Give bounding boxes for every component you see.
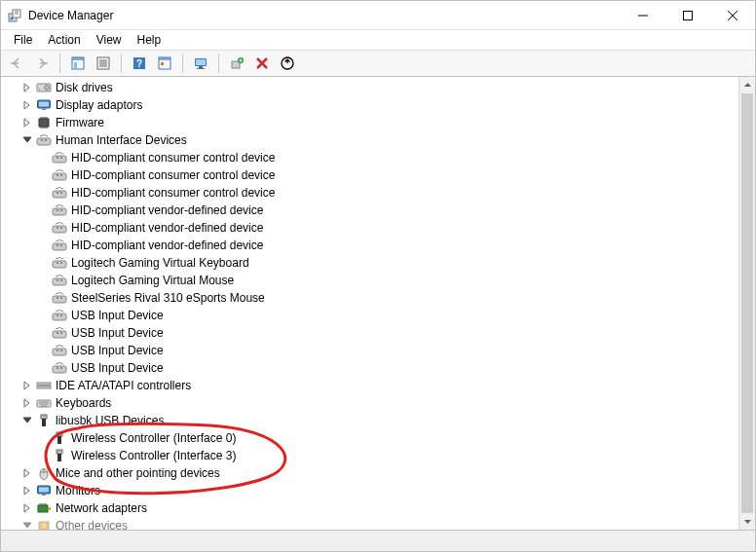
svg-rect-77 [58,433,59,434]
scroll-thumb[interactable] [741,93,753,513]
keyboard-icon [36,395,52,411]
tree-category-disk-drives[interactable]: Disk drives [1,79,738,96]
vertical-scrollbar[interactable] [738,77,755,530]
device-tree[interactable]: Disk drives Display adaptors Firmware Hu… [1,77,738,530]
hid-icon [52,360,67,376]
svg-rect-73 [43,416,44,417]
action-detail-button[interactable] [153,53,176,74]
tree-category-other[interactable]: ? Other devices [1,517,738,530]
nav-back-button[interactable] [5,53,28,74]
expand-icon[interactable] [20,116,34,129]
svg-rect-28 [45,139,47,141]
tree-item-hid-device[interactable]: SteelSeries Rival 310 eSports Mouse [1,289,738,307]
svg-point-21 [39,89,41,91]
expand-icon[interactable] [20,98,34,112]
tree-item-hid-device[interactable]: USB Input Device [1,307,738,324]
tree-label: HID-compliant vendor-defined device [71,202,263,219]
collapse-icon[interactable] [20,519,34,530]
scroll-down-button[interactable] [739,513,755,530]
svg-rect-35 [53,191,66,198]
svg-rect-38 [53,208,66,215]
hid-icon [52,185,67,201]
tree-item-hid-device[interactable]: HID-compliant consumer control device [1,184,738,202]
menu-action[interactable]: Action [41,32,87,48]
tree-item-hid-device[interactable]: HID-compliant vendor-defined device [1,237,738,254]
expand-icon[interactable] [20,396,34,410]
menu-view-label: View [96,33,122,47]
svg-text:?: ? [42,522,47,530]
update-driver-button[interactable] [276,53,299,74]
tree-label: Other devices [56,517,128,530]
tree-category-firmware[interactable]: Firmware [1,114,738,131]
tree-category-display-adaptors[interactable]: Display adaptors [1,96,738,114]
expand-icon[interactable] [20,484,34,497]
tree-item-wireless-controller-3[interactable]: Wireless Controller (Interface 3) [1,447,738,464]
tree-category-mice[interactable]: Mice and other pointing devices [1,464,738,482]
uninstall-device-button[interactable] [250,53,274,74]
tree-category-network[interactable]: Network adapters [1,499,738,517]
expand-icon[interactable] [20,466,34,480]
collapse-icon[interactable] [20,133,34,147]
hid-icon [52,167,67,183]
close-button[interactable] [710,1,755,30]
tree-label: Firmware [56,114,104,131]
maximize-button[interactable] [665,1,710,30]
firmware-icon [36,115,52,130]
svg-rect-33 [57,174,58,176]
svg-rect-79 [57,450,62,454]
add-legacy-hardware-button[interactable] [225,53,248,74]
scroll-up-button[interactable] [739,77,755,93]
tree-category-ide[interactable]: IDE ATA/ATAPI controllers [1,377,738,394]
scan-hardware-button[interactable] [189,53,212,74]
svg-rect-78 [60,433,61,434]
svg-rect-88 [48,507,51,510]
svg-rect-13 [196,59,206,65]
minimize-button[interactable] [621,1,665,30]
tree-item-hid-device[interactable]: Logitech Gaming Virtual Mouse [1,272,738,289]
svg-rect-51 [57,279,58,281]
menu-help[interactable]: Help [131,32,169,48]
tree-label: HID-compliant consumer control device [71,149,275,166]
tree-item-hid-device[interactable]: USB Input Device [1,324,738,342]
svg-rect-23 [39,102,49,107]
tree-category-keyboards[interactable]: Keyboards [1,394,738,412]
menu-help-label: Help [137,33,162,47]
svg-rect-25 [39,119,49,127]
properties-button[interactable] [92,53,115,74]
tree-label: Disk drives [56,79,113,96]
tree-item-hid-device[interactable]: HID-compliant consumer control device [1,166,738,184]
tree-category-libusbk[interactable]: libusbk USB Devices [1,412,738,429]
svg-rect-82 [60,451,61,452]
tree-category-monitors[interactable]: Monitors [1,482,738,499]
help-button[interactable]: ? [128,53,151,74]
tree-item-hid-device[interactable]: HID-compliant vendor-defined device [1,219,738,237]
tree-item-hid-device[interactable]: HID-compliant consumer control device [1,149,738,166]
svg-rect-24 [42,108,46,110]
svg-rect-85 [39,488,49,493]
device-manager-window: Device Manager File Action View Help [0,0,756,552]
expand-icon[interactable] [20,501,34,515]
expand-icon[interactable] [20,379,34,392]
hid-icon [52,220,67,236]
toolbar: ? [1,50,755,77]
tree-item-wireless-controller-0[interactable]: Wireless Controller (Interface 0) [1,429,738,447]
tree-label: Display adaptors [56,96,142,114]
collapse-icon[interactable] [20,414,34,427]
menu-view[interactable]: View [90,32,129,48]
tree-item-hid-device[interactable]: HID-compliant vendor-defined device [1,202,738,219]
tree-label: Human Interface Devices [56,131,187,149]
tree-label: Wireless Controller (Interface 0) [71,429,236,447]
svg-rect-16 [232,61,240,68]
expand-icon[interactable] [20,81,34,94]
tree-item-hid-device[interactable]: USB Input Device [1,342,738,359]
svg-rect-74 [45,416,46,417]
tree-label: USB Input Device [71,324,164,342]
network-adapter-icon [36,500,52,516]
nav-forward-button[interactable] [30,53,54,74]
tree-item-hid-device[interactable]: USB Input Device [1,359,738,377]
tree-item-hid-device[interactable]: Logitech Gaming Virtual Keyboard [1,254,738,272]
svg-rect-58 [60,314,62,316]
menu-file[interactable]: File [7,32,39,48]
tree-category-hid[interactable]: Human Interface Devices [1,131,738,149]
show-hide-tree-button[interactable] [66,53,90,74]
